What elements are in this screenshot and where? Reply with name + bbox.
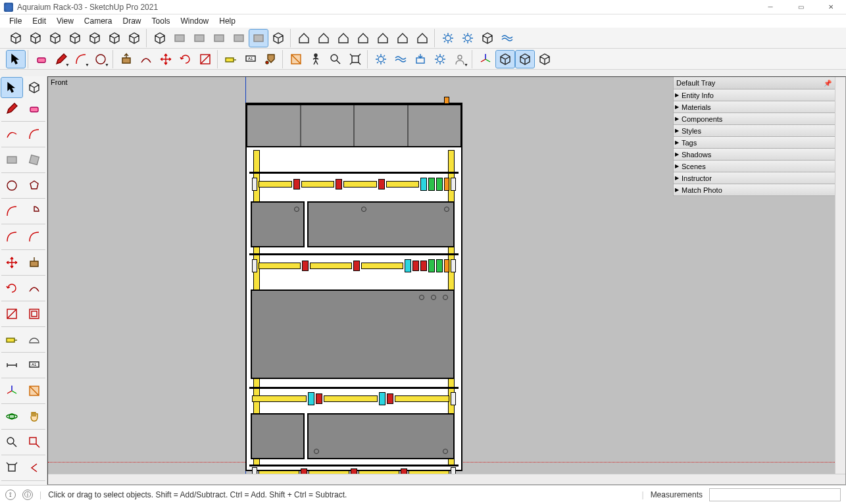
- menu-camera[interactable]: Camera: [79, 15, 118, 27]
- house-front-button[interactable]: [314, 30, 333, 47]
- tray-section-scenes[interactable]: ▶Scenes✕: [674, 161, 845, 172]
- walk-button[interactable]: [307, 51, 325, 68]
- paint-bucket-button[interactable]: [261, 51, 280, 68]
- menu-edit[interactable]: Edit: [27, 15, 51, 27]
- arc3-button[interactable]: [1, 227, 22, 247]
- pushpull-button[interactable]: [117, 51, 136, 68]
- follow-me-button[interactable]: [137, 51, 155, 68]
- protractor-button[interactable]: [24, 330, 45, 349]
- house-plan-button[interactable]: [354, 30, 372, 47]
- make-component-button[interactable]: [7, 30, 25, 47]
- add-location-button[interactable]: [391, 51, 410, 68]
- rectangle-button[interactable]: [1, 150, 22, 170]
- zoom-tool-button[interactable]: [1, 432, 22, 452]
- ext-grey-1-button[interactable]: [478, 30, 497, 47]
- menu-file[interactable]: File: [4, 15, 27, 27]
- top-view-button[interactable]: [170, 30, 189, 47]
- 3d-warehouse-set-button[interactable]: [431, 51, 449, 68]
- scale-button[interactable]: [196, 51, 214, 68]
- freehand-button[interactable]: [1, 124, 22, 144]
- tape-measure-button[interactable]: [1, 330, 22, 349]
- house-wire-button[interactable]: [374, 30, 392, 47]
- extension-wh-2-button[interactable]: [459, 30, 477, 47]
- text-tool-button[interactable]: A1: [24, 355, 45, 375]
- circle-tool-button[interactable]: [1, 176, 22, 195]
- section-tool-button[interactable]: [24, 381, 45, 401]
- menu-tools[interactable]: Tools: [147, 15, 176, 27]
- guides-button[interactable]: [535, 51, 554, 68]
- maximize-button[interactable]: ▭: [785, 0, 816, 14]
- minimize-button[interactable]: ─: [755, 0, 785, 14]
- extension-wh-1-button[interactable]: [439, 30, 457, 47]
- tray-section-shadows[interactable]: ▶Shadows✕: [674, 149, 845, 161]
- move-button[interactable]: [157, 51, 175, 68]
- axes-tool-button[interactable]: [1, 381, 22, 401]
- close-button[interactable]: ✕: [816, 0, 846, 14]
- 2pt-arc-button[interactable]: [24, 227, 45, 247]
- menu-draw[interactable]: Draw: [118, 15, 147, 27]
- axes-button[interactable]: [476, 51, 495, 68]
- viewport-scrollbar-horizontal[interactable]: [48, 474, 845, 484]
- rotate-button[interactable]: [176, 51, 195, 68]
- rotate-tool-button[interactable]: [1, 278, 22, 298]
- select-arrow-button[interactable]: [7, 51, 25, 68]
- text-label-button[interactable]: A1: [241, 51, 260, 68]
- house-section-button[interactable]: [413, 30, 432, 47]
- orbit-tool-button[interactable]: [1, 407, 22, 426]
- tray-pin-icon[interactable]: 📌: [822, 80, 834, 87]
- zoom-extents-tool-button[interactable]: [1, 458, 22, 478]
- tray-section-styles[interactable]: ▶Styles✕: [674, 125, 845, 137]
- tray-section-entity-info[interactable]: ▶Entity Info✕: [674, 89, 845, 101]
- followme-tool-button[interactable]: [24, 278, 45, 298]
- pushpull-tool-button[interactable]: [24, 253, 45, 272]
- tag-tool-button[interactable]: [46, 30, 64, 47]
- iso-view-button[interactable]: [151, 30, 169, 47]
- viewport-scrollbar-vertical[interactable]: [835, 77, 845, 474]
- hidden-geom-1-button[interactable]: [496, 51, 514, 68]
- measurements-input[interactable]: [709, 488, 841, 501]
- scale-tool-button[interactable]: [1, 304, 22, 324]
- credits-icon[interactable]: ⓘ: [22, 490, 33, 500]
- tray-section-materials[interactable]: ▶Materials✕: [674, 101, 845, 113]
- pie-button[interactable]: [24, 201, 45, 221]
- house-iso-button[interactable]: [334, 30, 353, 47]
- menu-view[interactable]: View: [51, 15, 79, 27]
- solid-union-button[interactable]: [105, 30, 124, 47]
- arc2-button[interactable]: [24, 124, 45, 144]
- back-view-button[interactable]: [230, 30, 248, 47]
- layers-button[interactable]: [66, 30, 84, 47]
- geo-status-icon[interactable]: ⟟: [5, 490, 16, 500]
- outliner-button[interactable]: [26, 30, 45, 47]
- perspective-button[interactable]: [269, 30, 287, 47]
- zoom-window-button[interactable]: [24, 432, 45, 452]
- side-view-button[interactable]: [210, 30, 228, 47]
- hidden-geom-2-button[interactable]: [516, 51, 534, 68]
- tray-section-match-photo[interactable]: ▶Match Photo✕: [674, 184, 845, 196]
- sectionplane-button[interactable]: [287, 51, 305, 68]
- polygon-button[interactable]: [24, 176, 45, 195]
- tape-button[interactable]: [222, 51, 240, 68]
- line-tool-button[interactable]: [1, 99, 22, 118]
- geo-locate-button[interactable]: [372, 51, 390, 68]
- bottom-view-button[interactable]: [190, 30, 209, 47]
- zoom-extents-button[interactable]: [346, 51, 364, 68]
- rotated-rect-button[interactable]: [24, 150, 45, 170]
- front-view-button[interactable]: [249, 30, 268, 47]
- 3d-warehouse-get-button[interactable]: [411, 51, 430, 68]
- dimension-button[interactable]: [1, 355, 22, 375]
- zoom-button[interactable]: [326, 51, 345, 68]
- menu-window[interactable]: Window: [176, 15, 214, 27]
- solid-tools-button[interactable]: [86, 30, 104, 47]
- select-button[interactable]: [1, 78, 22, 97]
- circle-button[interactable]: ▼: [91, 51, 110, 68]
- tray-header[interactable]: Default Tray 📌 ✕: [674, 77, 845, 89]
- house-full-button[interactable]: [295, 30, 313, 47]
- ext-wave-button[interactable]: [498, 30, 516, 47]
- tray-section-instructor[interactable]: ▶Instructor✕: [674, 172, 845, 184]
- eraser-button[interactable]: [32, 51, 51, 68]
- prev-view-button[interactable]: [24, 458, 45, 478]
- account-button[interactable]: ▼: [451, 51, 469, 68]
- move-tool-button[interactable]: [1, 253, 22, 272]
- eraser-tool-button[interactable]: [24, 99, 45, 118]
- arc-tool-button[interactable]: [1, 201, 22, 221]
